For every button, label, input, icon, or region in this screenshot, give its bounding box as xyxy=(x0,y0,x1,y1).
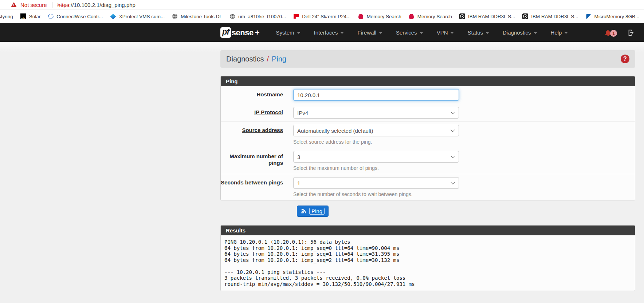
ip-protocol-select-wrap: IPv4 xyxy=(293,107,459,119)
form-row-seconds-between: Seconds between pings 1 Select the numbe… xyxy=(221,174,635,200)
bookmark-item[interactable]: styring xyxy=(0,14,17,19)
logout-button[interactable] xyxy=(627,29,635,37)
source-address-select-wrap: Automatically selected (default) xyxy=(293,125,459,136)
address-divider xyxy=(52,2,52,8)
breadcrumb-section: Diagnostics xyxy=(226,55,264,63)
url-path: ://10.100.2.1/diag_ping.php xyxy=(69,2,136,8)
hostname-label[interactable]: Hostname xyxy=(256,91,283,97)
ping-panel-header: Ping xyxy=(221,76,635,86)
hostname-input[interactable] xyxy=(293,89,459,101)
nav-item-status[interactable]: Status xyxy=(460,23,496,42)
bookmark-item[interactable]: Dell 24" Skærm P24... xyxy=(290,13,354,19)
proshop-flag-icon xyxy=(293,13,299,19)
globe-icon xyxy=(172,13,178,19)
chevron-down-icon xyxy=(379,32,382,34)
ping-panel: Ping Hostname IP Protocol IPv4 xyxy=(220,76,635,200)
ping-button[interactable]: Ping xyxy=(297,206,329,217)
screen: Not secure https://10.100.2.1/diag_ping.… xyxy=(0,0,644,303)
form-row-hostname: Hostname xyxy=(221,86,635,104)
seconds-between-select[interactable]: 1 xyxy=(293,177,459,189)
bookmark-item[interactable]: Memory Search xyxy=(405,13,456,19)
form-row-source-address: Source address Automatically selected (d… xyxy=(221,121,635,148)
address-bar[interactable]: Not secure https://10.100.2.1/diag_ping.… xyxy=(0,0,644,9)
ping-output: PING 10.20.0.1 (10.20.0.1): 56 data byte… xyxy=(224,239,631,287)
globe-icon xyxy=(229,13,235,19)
bookmark-item[interactable]: solarSolar xyxy=(17,13,44,19)
max-pings-label: Maximum number of pings xyxy=(229,153,283,166)
ip-protocol-select[interactable]: IPv4 xyxy=(293,107,459,119)
seconds-between-label: Seconds between pings xyxy=(221,179,283,186)
bookmark-item[interactable]: um_a8105e_t10070... xyxy=(226,13,290,19)
breadcrumb: Diagnostics / Ping ? xyxy=(220,50,635,68)
results-panel-header: Results xyxy=(221,226,635,235)
nav-item-interfaces[interactable]: Interfaces xyxy=(307,23,351,42)
seconds-between-select-wrap: 1 xyxy=(293,177,459,189)
not-secure-label: Not secure xyxy=(20,2,47,8)
form-row-ip-protocol: IP Protocol IPv4 xyxy=(221,104,635,121)
results-panel: Results PING 10.20.0.1 (10.20.0.1): 56 d… xyxy=(220,225,635,291)
breadcrumb-page-link[interactable]: Ping xyxy=(272,55,286,63)
nav-menu: System Interfaces Firewall Services VPN … xyxy=(269,23,575,42)
chevron-down-icon xyxy=(451,32,453,34)
ping-button-label: Ping xyxy=(309,208,325,215)
pfsense-navbar: pfsense+ System Interfaces Firewall Serv… xyxy=(0,23,644,42)
max-pings-select[interactable]: 3 xyxy=(293,151,459,163)
logout-icon xyxy=(627,29,635,37)
bookmark-item[interactable]: Memory Search xyxy=(354,13,405,19)
kingston-head-icon xyxy=(409,13,415,19)
chevron-down-icon xyxy=(420,32,423,34)
bookmark-item[interactable]: IBM RAM DDR3L S... xyxy=(456,13,519,19)
connectwise-icon xyxy=(48,13,54,19)
chevron-down-icon xyxy=(486,32,489,34)
nav-item-help[interactable]: Help xyxy=(544,23,575,42)
bookmarks-bar: styring solarSolar ConnectWise Contr... … xyxy=(0,9,644,23)
micromemory-icon xyxy=(586,13,592,19)
ip-protocol-label[interactable]: IP Protocol xyxy=(254,109,283,115)
solar-icon: solar xyxy=(20,13,26,19)
bookmark-item[interactable]: XProtect VMS cum... xyxy=(107,13,168,19)
ping-panel-body: Hostname IP Protocol IPv4 Source address xyxy=(221,86,635,200)
kingston-head-icon xyxy=(358,13,364,19)
nav-item-services[interactable]: Services xyxy=(389,23,430,42)
source-address-help: Select source address for the ping. xyxy=(293,139,459,145)
bookmark-item[interactable]: Milestone Tools DL xyxy=(168,13,226,19)
chevron-down-icon xyxy=(565,32,568,34)
play-icon xyxy=(459,13,465,19)
max-pings-help: Select the maximum number of pings. xyxy=(293,165,459,171)
form-row-max-pings: Maximum number of pings 3 Select the max… xyxy=(221,148,635,174)
source-address-select[interactable]: Automatically selected (default) xyxy=(293,125,459,136)
not-secure-warning-icon xyxy=(11,2,17,7)
button-row: Ping xyxy=(220,206,635,217)
bookmark-item[interactable]: ConnectWise Contr... xyxy=(44,13,107,19)
nav-item-vpn[interactable]: VPN xyxy=(430,23,461,42)
breadcrumb-separator: / xyxy=(267,55,269,63)
url-scheme-struck: https xyxy=(58,2,70,8)
nav-item-diagnostics[interactable]: Diagnostics xyxy=(496,23,544,42)
logo-pf-box: pf xyxy=(220,27,231,38)
notification-badge: 1 xyxy=(610,30,617,37)
nav-item-system[interactable]: System xyxy=(269,23,307,42)
max-pings-select-wrap: 3 xyxy=(293,151,459,163)
bookmark-item[interactable]: IBM RAM DDR3L S... xyxy=(519,13,582,19)
help-icon[interactable]: ? xyxy=(621,55,629,63)
notifications-button[interactable]: 1 xyxy=(604,28,617,37)
source-address-label[interactable]: Source address xyxy=(242,127,283,133)
url-text[interactable]: https://10.100.2.1/diag_ping.php xyxy=(58,2,136,8)
play-icon xyxy=(522,13,528,19)
bookmark-item[interactable]: MicroMemory 8GB... xyxy=(582,13,643,19)
chevron-down-icon xyxy=(534,32,537,34)
seconds-between-help: Select the number of seconds to wait bet… xyxy=(293,191,459,197)
chevron-down-icon xyxy=(341,32,343,34)
diamond-icon xyxy=(110,13,116,19)
rss-icon xyxy=(301,208,306,214)
results-panel-body: PING 10.20.0.1 (10.20.0.1): 56 data byte… xyxy=(221,235,635,291)
chevron-down-icon xyxy=(297,32,300,34)
pfsense-logo[interactable]: pfsense+ xyxy=(220,27,260,38)
nav-item-firewall[interactable]: Firewall xyxy=(350,23,389,42)
